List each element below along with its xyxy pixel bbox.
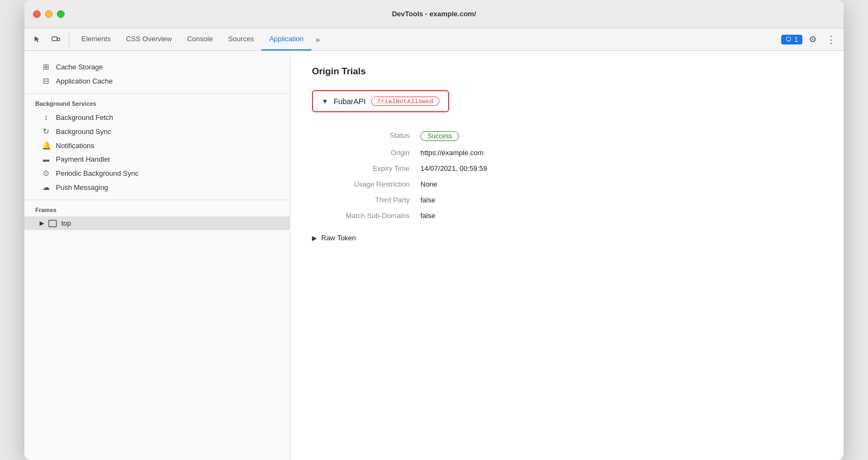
sidebar-item-notifications[interactable]: 🔔 Notifications <box>24 138 290 152</box>
background-fetch-icon: ↕ <box>42 113 50 122</box>
data-label-third-party: Third Party <box>312 196 420 204</box>
data-value-origin: https://example.com <box>420 149 483 157</box>
sidebar-item-application-cache[interactable]: ⊟ Application Cache <box>24 74 290 88</box>
sidebar-item-label: Application Cache <box>56 77 113 85</box>
api-status-badge: TrialNotAllowed <box>371 97 439 106</box>
tab-console[interactable]: Console <box>180 28 221 50</box>
push-messaging-icon: ☁ <box>42 183 50 191</box>
notification-badge[interactable]: 🗨 1 <box>781 35 802 44</box>
notifications-icon: 🔔 <box>42 141 50 150</box>
devices-icon <box>52 35 60 44</box>
sidebar-item-label: Cache Storage <box>56 63 103 71</box>
data-value-match-subdomains: false <box>420 212 435 220</box>
panel-title: Origin Trials <box>312 66 822 77</box>
raw-token-arrow: ▶ <box>312 234 317 242</box>
minimize-button[interactable] <box>45 10 53 18</box>
data-label-origin: Origin <box>312 149 420 157</box>
api-name: FubarAPI <box>334 97 366 106</box>
status-success-badge: Success <box>420 131 459 141</box>
sidebar-item-background-fetch[interactable]: ↕ Background Fetch <box>24 110 290 124</box>
sidebar-item-label: Background Sync <box>56 127 111 136</box>
frame-icon <box>48 220 57 227</box>
toolbar: Elements CSS Overview Console Sources Ap… <box>24 28 844 51</box>
top-arrow-icon: ▶ <box>40 220 44 227</box>
sidebar-item-background-sync[interactable]: ↻ Background Sync <box>24 124 290 138</box>
tab-more-button[interactable]: » <box>311 28 324 50</box>
main-panel: Origin Trials ▼ FubarAPI TrialNotAllowed… <box>290 51 844 460</box>
data-value-usage: None <box>420 180 437 188</box>
traffic-lights <box>33 10 65 18</box>
storage-section: ⊞ Cache Storage ⊟ Application Cache <box>24 55 290 94</box>
data-label-match-subdomains: Match Sub-Domains <box>312 212 420 220</box>
sidebar-item-top[interactable]: ▶ top <box>24 216 290 230</box>
close-button[interactable] <box>33 10 41 18</box>
sidebar-item-label: Background Fetch <box>56 113 113 122</box>
periodic-background-sync-icon: ⊙ <box>42 169 50 177</box>
sidebar-item-cache-storage[interactable]: ⊞ Cache Storage <box>24 60 290 74</box>
data-label-expiry: Expiry Time <box>312 164 420 173</box>
tab-sources[interactable]: Sources <box>220 28 261 50</box>
application-cache-icon: ⊟ <box>42 76 50 85</box>
frames-section: Frames ▶ top <box>24 200 290 235</box>
background-services-section: Background Services ↕ Background Fetch ↻… <box>24 94 290 200</box>
notification-icon: 🗨 <box>786 36 792 43</box>
tab-css-overview[interactable]: CSS Overview <box>118 28 180 50</box>
raw-token-label: Raw Token <box>321 234 356 242</box>
raw-token-row[interactable]: ▶ Raw Token <box>312 230 822 246</box>
settings-button[interactable]: ⚙ <box>806 32 820 47</box>
notification-count: 1 <box>794 36 798 43</box>
maximize-button[interactable] <box>57 10 65 18</box>
background-services-title: Background Services <box>24 98 290 110</box>
sidebar-item-label: Periodic Background Sync <box>56 169 138 177</box>
payment-handler-icon: ▬ <box>42 156 50 163</box>
sidebar-item-label: Push Messaging <box>56 183 108 191</box>
more-menu-button[interactable]: ⋮ <box>823 31 839 48</box>
data-value-third-party: false <box>420 196 435 204</box>
sidebar-item-label: Notifications <box>56 142 94 150</box>
svg-rect-1 <box>58 38 60 41</box>
sidebar: ⊞ Cache Storage ⊟ Application Cache Back… <box>24 51 290 460</box>
api-row[interactable]: ▼ FubarAPI TrialNotAllowed <box>312 90 449 112</box>
tab-application[interactable]: Application <box>261 28 311 50</box>
frames-title: Frames <box>24 205 290 216</box>
data-row-status: Status Success <box>312 127 822 145</box>
api-expand-arrow: ▼ <box>322 98 328 105</box>
main-content: ⊞ Cache Storage ⊟ Application Cache Back… <box>24 51 844 460</box>
data-value-expiry: 14/07/2021, 00:59:59 <box>420 164 487 173</box>
data-row-usage: Usage Restriction None <box>312 176 822 192</box>
data-label-status: Status <box>312 131 420 141</box>
sidebar-item-label: Payment Handler <box>56 155 110 163</box>
data-row-expiry: Expiry Time 14/07/2021, 00:59:59 <box>312 161 822 176</box>
cache-storage-icon: ⊞ <box>42 62 50 71</box>
window-title: DevTools - example.com/ <box>392 10 476 18</box>
sidebar-item-label: top <box>61 219 71 227</box>
background-sync-icon: ↻ <box>42 127 50 136</box>
data-row-origin: Origin https://example.com <box>312 145 822 161</box>
toolbar-divider <box>69 31 69 47</box>
sidebar-item-payment-handler[interactable]: ▬ Payment Handler <box>24 152 290 166</box>
svg-rect-0 <box>52 37 57 41</box>
data-label-usage: Usage Restriction <box>312 180 420 188</box>
toolbar-right: 🗨 1 ⚙ ⋮ <box>781 28 839 50</box>
sidebar-item-push-messaging[interactable]: ☁ Push Messaging <box>24 180 290 194</box>
toolbar-tabs: Elements CSS Overview Console Sources Ap… <box>74 28 780 50</box>
svg-rect-2 <box>49 220 56 227</box>
data-row-match-subdomains: Match Sub-Domains false <box>312 208 822 223</box>
device-toggle-button[interactable] <box>47 28 65 50</box>
devtools-window: DevTools - example.com/ Elements CSS Ove… <box>24 0 844 460</box>
titlebar: DevTools - example.com/ <box>24 0 844 28</box>
tab-elements[interactable]: Elements <box>74 28 118 50</box>
sidebar-item-periodic-background-sync[interactable]: ⊙ Periodic Background Sync <box>24 166 290 180</box>
inspector-icon-button[interactable] <box>29 28 46 50</box>
cursor-icon <box>33 35 42 44</box>
data-row-third-party: Third Party false <box>312 192 822 208</box>
